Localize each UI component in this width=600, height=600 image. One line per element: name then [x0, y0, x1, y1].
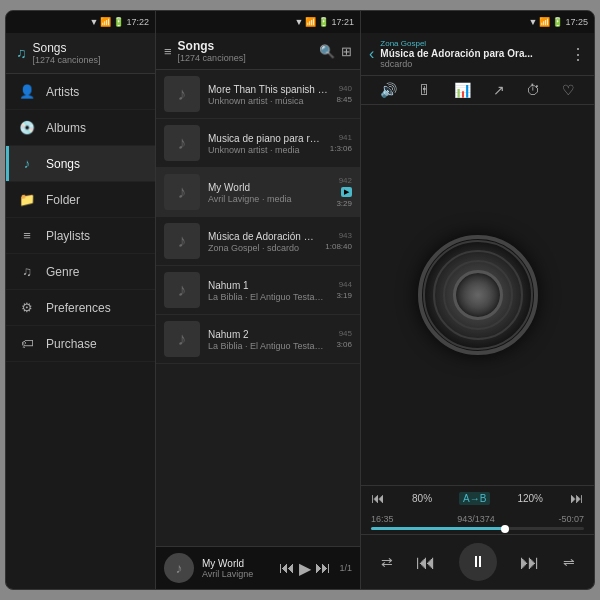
volume-icon[interactable]: 🔊 [380, 82, 397, 98]
player-artist: sdcardo [380, 59, 564, 69]
song-thumbnail: ♪ [164, 272, 200, 308]
album-icon: 💿 [18, 120, 36, 135]
sidebar: ▼ 📶 🔋 17:22 ♫ Songs [1274 canciones] 👤 A… [6, 11, 156, 589]
sidebar-label-playlists: Playlists [46, 229, 90, 243]
menu-icon[interactable]: ≡ [164, 44, 172, 59]
sidebar-item-artists[interactable]: 👤 Artists [6, 74, 155, 110]
song-number: 944 [339, 280, 352, 289]
sidebar-item-songs[interactable]: ♪ Songs [6, 146, 155, 182]
overflow-menu-icon[interactable]: ⋮ [570, 45, 586, 64]
track-counter: 1/1 [339, 563, 352, 573]
speaker-display [361, 105, 594, 485]
np-album-art: ♪ [164, 553, 194, 583]
sidebar-label-folder: Folder [46, 193, 80, 207]
song-thumbnail: ♪ [164, 125, 200, 161]
visualizer-icon[interactable]: 📊 [454, 82, 471, 98]
next-track-button[interactable]: ⏭ [520, 551, 540, 574]
song-thumbnail: ♪ [164, 76, 200, 112]
speed-right-label: 120% [517, 493, 543, 504]
song-title: More Than This spanish version - One Dir… [208, 83, 328, 96]
speed-left-label: 80% [412, 493, 432, 504]
list-item[interactable]: ♪ Musica de piano para recordar Unknown … [156, 119, 360, 168]
sidebar-label-purchase: Purchase [46, 337, 97, 351]
sidebar-item-purchase[interactable]: 🏷 Purchase [6, 326, 155, 362]
forward-speed-button[interactable]: ⏭ [570, 490, 584, 506]
sidebar-item-playlists[interactable]: ≡ Playlists [6, 218, 155, 254]
list-item[interactable]: ♪ Nahum 1 La Biblia · El Antiguo Testame… [156, 266, 360, 315]
status-bar-mid: ▼ 📶 🔋 17:21 [156, 11, 360, 33]
play-pause-button[interactable]: ▶ [299, 559, 311, 578]
ab-repeat-label[interactable]: A→B [459, 492, 490, 505]
next-button[interactable]: ⏭ [315, 559, 331, 577]
speaker-cone [418, 235, 538, 355]
music-note-icon: ♫ [16, 45, 27, 61]
player-zone: Zona Gospel [380, 39, 564, 48]
back-button[interactable]: ‹ [369, 45, 374, 63]
time-row: 16:35 943/1374 -50:07 [371, 514, 584, 524]
song-duration: 3:19 [336, 291, 352, 300]
sidebar-item-preferences[interactable]: ⚙ Preferences [6, 290, 155, 326]
song-title: Nahum 1 [208, 279, 328, 292]
song-artist: La Biblia · El Antiguo Testamento... [208, 292, 328, 302]
music-icon: ♪ [18, 156, 36, 171]
player-song-title: Música de Adoración para Ora... [380, 48, 564, 59]
list-item[interactable]: ♪ Nahum 2 La Biblia · El Antiguo Testame… [156, 315, 360, 364]
song-number: 940 [339, 84, 352, 93]
prev-button[interactable]: ⏮ [279, 559, 295, 577]
active-indicator [6, 146, 9, 181]
status-bar-right: ▼ 📶 🔋 17:25 [361, 11, 594, 33]
progress-area: 16:35 943/1374 -50:07 [361, 510, 594, 534]
song-number: 943 [339, 231, 352, 240]
shuffle-button[interactable]: ⇄ [381, 554, 393, 570]
song-list: ♪ More Than This spanish version - One D… [156, 70, 360, 546]
status-icons-left: ▼ 📶 🔋 17:22 [90, 17, 149, 27]
nav-header: ♫ Songs [1274 canciones] [6, 33, 155, 74]
np-song-title: My World [202, 558, 271, 569]
search-icon[interactable]: 🔍 [319, 44, 335, 59]
song-artist: La Biblia · El Antiguo Testamento... [208, 341, 328, 351]
timer-icon[interactable]: ⏱ [526, 82, 540, 98]
song-list-panel: ▼ 📶 🔋 17:21 ≡ Songs [1274 canciones] 🔍 ⊞ [156, 11, 361, 589]
song-title: Nahum 2 [208, 328, 328, 341]
song-duration: 1:08:40 [325, 242, 352, 251]
list-item[interactable]: ♪ Música de Adoración para Orar a Dios /… [156, 217, 360, 266]
song-title: Musica de piano para recordar [208, 132, 322, 145]
status-icons-right: ▼ 📶 🔋 17:25 [529, 17, 588, 27]
playlist-icon: ≡ [18, 228, 36, 243]
player-buttons: ⇄ ⏮ ⏸ ⏭ ⇌ [361, 534, 594, 589]
np-artist: Avril Lavigne [202, 569, 271, 579]
rewind-speed-button[interactable]: ⏮ [371, 490, 385, 506]
speed-bar: ⏮ 80% A→B 120% ⏭ [361, 485, 594, 510]
song-duration: 1:3:06 [330, 144, 352, 153]
song-title: My World [208, 181, 328, 194]
sidebar-item-genre[interactable]: ♫ Genre [6, 254, 155, 290]
genre-icon: ♫ [18, 264, 36, 279]
sidebar-label-albums: Albums [46, 121, 86, 135]
sidebar-item-folder[interactable]: 📁 Folder [6, 182, 155, 218]
player-panel: ▼ 📶 🔋 17:25 ‹ Zona Gospel Música de Ador… [361, 11, 594, 589]
list-item[interactable]: ♪ My World Avril Lavigne · media 942 ▶ 3… [156, 168, 360, 217]
nav-header-title: Songs [33, 41, 101, 55]
settings-icon: ⚙ [18, 300, 36, 315]
sidebar-item-albums[interactable]: 💿 Albums [6, 110, 155, 146]
list-header: ≡ Songs [1274 canciones] 🔍 ⊞ [156, 33, 360, 70]
list-item[interactable]: ♪ More Than This spanish version - One D… [156, 70, 360, 119]
sidebar-label-genre: Genre [46, 265, 79, 279]
time-position: 943/1374 [457, 514, 495, 524]
repeat-button[interactable]: ⇌ [563, 554, 575, 570]
share-icon[interactable]: ↗ [493, 82, 505, 98]
song-artist: Zona Gospel · sdcardo [208, 243, 317, 253]
song-thumbnail: ♪ [164, 321, 200, 357]
time-current: 16:35 [371, 514, 394, 524]
player-controls-bar: 🔊 🎚 📊 ↗ ⏱ ♡ [361, 76, 594, 105]
song-thumbnail: ♪ [164, 223, 200, 259]
favorite-icon[interactable]: ♡ [562, 82, 575, 98]
equalizer-icon[interactable]: 🎚 [418, 82, 432, 98]
progress-bar[interactable] [371, 527, 584, 530]
song-number: 942 [339, 176, 352, 185]
song-artist: Avril Lavigne · media [208, 194, 328, 204]
previous-button[interactable]: ⏮ [416, 551, 436, 574]
grid-icon[interactable]: ⊞ [341, 44, 352, 59]
progress-fill [371, 527, 505, 530]
play-button[interactable]: ⏸ [459, 543, 497, 581]
